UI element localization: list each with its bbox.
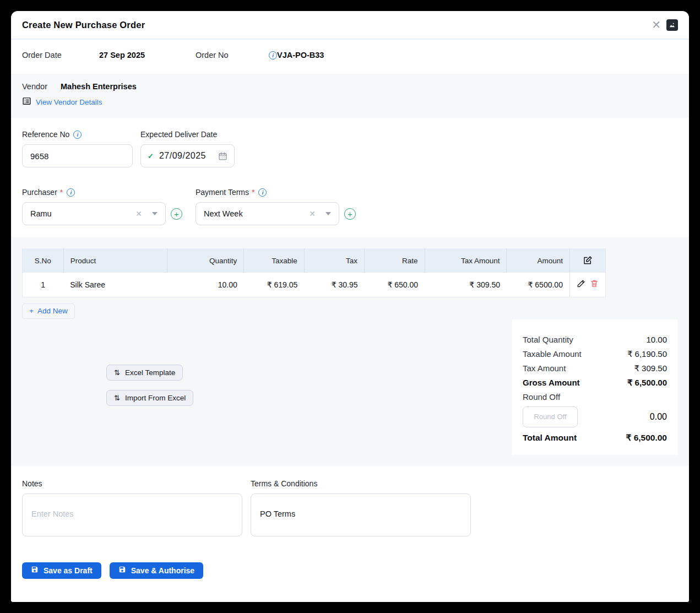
table-row[interactable]: 1 Silk Saree 10.00 ₹ 619.05 ₹ 30.95 ₹ 65… [23,273,606,297]
edit-square-icon [583,256,593,264]
cell-product: Silk Saree [63,273,167,297]
purchaser-value: Ramu [30,209,135,218]
clear-icon[interactable]: ✕ [309,209,316,218]
import-from-excel-button[interactable]: ⇅ Import From Excel [106,390,193,406]
edit-row-icon[interactable] [577,279,585,290]
taxable-amount-label: Taxable Amount [523,349,582,359]
col-amount: Amount [507,248,569,273]
close-icon[interactable]: ✕ [652,19,661,30]
cell-taxable: ₹ 619.05 [244,273,304,297]
terms-input[interactable]: PO Terms [251,493,471,536]
cell-amount: ₹ 6500.00 [507,273,569,297]
gross-amount-label: Gross Amount [523,378,580,387]
totals-panel: Total Quantity 10.00 Taxable Amount ₹ 6,… [512,319,678,455]
save-icon [118,566,126,575]
col-sno: S.No [23,248,64,273]
check-icon: ✓ [148,152,154,160]
tax-amount-value: ₹ 309.50 [634,364,667,373]
notes-label: Notes [22,479,242,488]
info-icon[interactable]: i [269,51,277,59]
round-off-input[interactable] [523,406,578,427]
purchaser-select[interactable]: Ramu ✕ [22,202,166,225]
col-actions [569,248,605,273]
sort-arrows-icon: ⇅ [114,368,120,377]
excel-template-button[interactable]: ⇅ Excel Template [106,365,183,381]
expected-deliver-date-input[interactable]: ✓ 27/09/2025 [140,144,235,167]
form-row-1: Reference No i Expected Deliver Date ✓ 2… [22,130,678,167]
required-asterisk: * [60,188,63,197]
sort-arrows-icon: ⇅ [114,394,120,402]
save-and-authorise-label: Save & Authorise [131,566,194,575]
col-taxable: Taxable [244,248,304,273]
chevron-down-icon[interactable] [325,212,331,215]
cell-sno: 1 [23,273,64,297]
add-new-button[interactable]: + Add New [22,303,75,319]
notes-input[interactable] [22,493,242,536]
order-date-label: Order Date [22,51,99,59]
payment-terms-label: Payment Terms [196,188,249,197]
chevron-down-icon[interactable] [152,212,158,215]
save-and-authorise-button[interactable]: Save & Authorise [110,562,203,579]
items-section: S.No Product Quantity Taxable Tax Rate T… [11,237,689,466]
taxable-amount-value: ₹ 6,190.50 [627,349,667,359]
save-as-draft-button[interactable]: Save as Draft [22,562,101,579]
create-purchase-order-modal: Create New Purchase Order ✕ Order Date 2… [11,11,689,602]
add-new-label: Add New [37,307,68,315]
total-quantity-label: Total Quantity [523,335,573,344]
vendor-section: Vendor Mahesh Enterprises View Vendor De… [11,74,689,118]
import-from-excel-label: Import From Excel [125,394,186,402]
table-header-row: S.No Product Quantity Taxable Tax Rate T… [23,248,606,273]
info-icon[interactable]: i [67,188,75,197]
add-purchaser-button[interactable]: + [171,208,182,220]
calendar-icon[interactable] [218,151,227,161]
order-info-row: Order Date 27 Sep 2025 Order No iVJA-PO-… [11,40,689,74]
required-asterisk: * [252,188,254,197]
payment-terms-value: Next Week [204,209,309,218]
order-date-value: 27 Sep 2025 [99,51,196,59]
order-no-label: Order No [196,51,269,59]
form-section: Reference No i Expected Deliver Date ✓ 2… [11,118,689,237]
cell-quantity: 10.00 [167,273,244,297]
form-row-2: Purchaser * i Ramu ✕ + Payment Terms [22,188,678,225]
col-product: Product [63,248,167,273]
gross-amount-value: ₹ 6,500.00 [627,378,667,388]
total-quantity-value: 10.00 [646,335,667,344]
excel-template-label: Excel Template [125,368,175,377]
info-icon[interactable]: i [258,188,267,197]
expected-deliver-date-value[interactable]: 27/09/2025 [159,151,213,161]
vendor-details-icon [22,96,31,108]
col-tax: Tax [304,248,364,273]
expected-deliver-date-label: Expected Deliver Date [140,130,217,139]
plus-icon: + [29,307,34,315]
order-no-value: VJA-PO-B33 [277,51,324,59]
view-vendor-details-link[interactable]: View Vendor Details [36,98,102,106]
bottom-section: Notes Terms & Conditions PO Terms Save a… [11,466,689,603]
vendor-name: Mahesh Enterprises [61,82,137,91]
delete-row-icon[interactable] [590,279,599,290]
clear-icon[interactable]: ✕ [135,209,142,218]
purchaser-label: Purchaser [22,188,57,197]
page-title: Create New Purchase Order [22,20,145,30]
cell-rate: ₹ 650.00 [365,273,425,297]
modal-header: Create New Purchase Order ✕ [11,11,689,40]
image-icon[interactable] [666,19,678,31]
items-table: S.No Product Quantity Taxable Tax Rate T… [22,248,606,297]
round-off-value: 0.00 [650,412,667,422]
save-as-draft-label: Save as Draft [44,566,93,575]
cell-tax-amount: ₹ 309.50 [425,273,507,297]
add-payment-term-button[interactable]: + [344,208,356,220]
vendor-label: Vendor [22,82,61,91]
col-quantity: Quantity [167,248,244,273]
save-icon [31,566,39,575]
info-icon[interactable]: i [73,131,82,139]
cell-tax: ₹ 30.95 [304,273,364,297]
terms-label: Terms & Conditions [251,479,471,488]
round-off-label: Round Off [523,392,560,402]
cell-actions [569,273,605,297]
payment-terms-select[interactable]: Next Week ✕ [196,202,339,225]
reference-no-input[interactable] [22,144,133,167]
total-amount-label: Total Amount [523,433,577,443]
total-amount-value: ₹ 6,500.00 [626,433,667,443]
col-tax-amount: Tax Amount [425,248,507,273]
col-rate: Rate [365,248,425,273]
